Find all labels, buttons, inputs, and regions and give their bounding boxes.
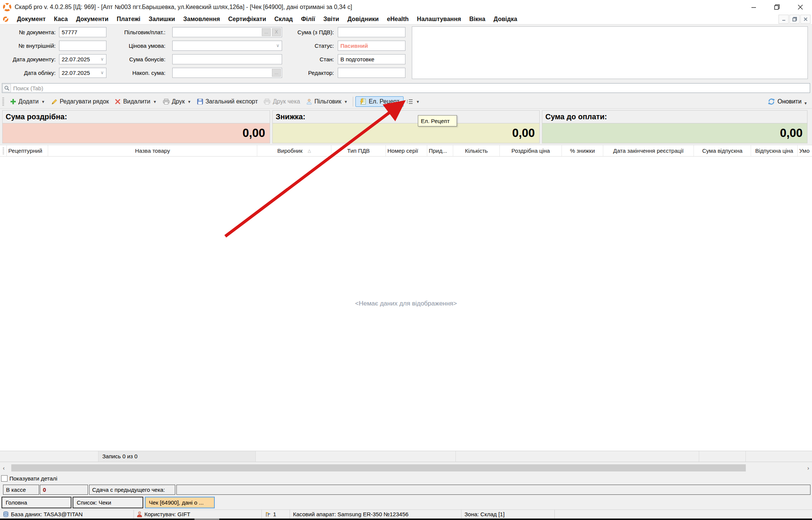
row-options-button[interactable]: ▼ (404, 97, 423, 106)
scrollbar-thumb[interactable] (11, 464, 746, 471)
restore-button[interactable] (765, 0, 789, 14)
doc-number-label: № документа: (4, 27, 56, 37)
accum-sum-field[interactable]: ... (172, 68, 282, 78)
accum-sum-browse-button[interactable]: ... (272, 69, 281, 77)
price-condition-select[interactable]: ∨ (172, 41, 282, 51)
mdi-minimize-button[interactable] (779, 15, 789, 24)
retail-sum-panel: Сума роздрібна: 0,00 (2, 110, 270, 143)
col-pryd[interactable]: Прид... (427, 145, 453, 156)
record-bar-segment (746, 451, 812, 462)
menu-kasa[interactable]: Каса (50, 15, 72, 24)
menu-vikna[interactable]: Вікна (465, 15, 490, 24)
change-value-box (176, 485, 810, 495)
bonus-sum-field[interactable] (172, 54, 282, 64)
edit-row-button[interactable]: Редагувати рядок (48, 97, 112, 106)
discount-sum-label: Знижка: (273, 111, 539, 123)
status-value: Пасивний (340, 41, 368, 50)
user-segment: Користувач: GIFT (134, 510, 262, 518)
e-recipe-icon (360, 98, 366, 105)
internal-number-field[interactable] (59, 41, 106, 51)
sum-vat-label: Сума (з ПДВ): (290, 27, 334, 37)
user-icon (137, 511, 142, 517)
to-pay-sum-value: 0,00 (542, 123, 807, 143)
menu-dovidnyky[interactable]: Довідники (343, 15, 383, 24)
col-retsepturnyi[interactable]: Рецептурний (7, 145, 48, 156)
tab-spysok-cheky[interactable]: Список: Чеки (73, 497, 143, 508)
el-recipe-button[interactable]: Ел. Рецепт (355, 96, 404, 107)
retail-sum-label: Сума роздрібна: (3, 111, 270, 123)
sum-panels: Сума роздрібна: 0,00 Знижка: 0,00 Сума д… (0, 110, 812, 143)
menu-zalyshky[interactable]: Залишки (144, 15, 179, 24)
chevron-down-icon: ∨ (276, 41, 279, 50)
sum-vat-field[interactable] (338, 27, 405, 37)
col-vidpuskna-tsina[interactable]: Відпускна ціна (751, 145, 798, 156)
tab-holovna[interactable]: Головна (2, 497, 71, 508)
doc-number-field[interactable]: 57777 (59, 27, 106, 37)
list-icon (407, 99, 413, 105)
menu-ehealth[interactable]: eHealth (383, 15, 413, 24)
record-count: Запись 0 из 0 (99, 451, 256, 462)
mdi-close-button[interactable] (800, 15, 810, 24)
beneficiary-field[interactable]: ... X (172, 27, 282, 37)
retail-sum-value: 0,00 (3, 123, 270, 143)
discount-sum-panel: Знижка: 0,00 (272, 110, 540, 143)
toolbar-separator (353, 97, 353, 106)
beneficiary-clear-button[interactable]: X (272, 28, 281, 36)
col-nazva-tovaru[interactable]: Назва товару (48, 145, 257, 156)
beneficiary-button[interactable]: Пільговик▼ (303, 97, 351, 106)
app-logo-icon (3, 3, 11, 11)
beneficiary-label: Пільговик/плат.: (113, 27, 165, 37)
menu-zvity[interactable]: Звіти (319, 15, 343, 24)
account-date-field[interactable]: 22.07.2025∨ (59, 68, 106, 78)
refresh-button[interactable]: Оновити ▼ (768, 98, 810, 105)
menu-sertyfikaty[interactable]: Сертифікати (224, 15, 270, 24)
cash-row: В кассе 0 Сдача с предыдущего чека: (0, 485, 812, 495)
menu-dovidka[interactable]: Довідка (489, 15, 521, 24)
col-nomer-serii[interactable]: Номер серії (386, 145, 427, 156)
close-button[interactable] (789, 0, 812, 14)
price-condition-label: Цінова умова: (113, 41, 165, 51)
col-vyrobnyk[interactable]: Виробник△ (257, 145, 331, 156)
col-znyzhky[interactable]: % знижки (562, 145, 603, 156)
menu-sklad[interactable]: Склад (270, 15, 297, 24)
notes-panel[interactable] (412, 26, 808, 79)
menu-filii[interactable]: Філії (297, 15, 319, 24)
doc-date-field[interactable]: 22.07.2025∨ (59, 54, 106, 64)
menu-dokumenty[interactable]: Документи (72, 15, 112, 24)
person-icon (306, 99, 312, 105)
add-button[interactable]: Додати▼ (7, 97, 48, 106)
menu-platezhi[interactable]: Платежі (112, 15, 144, 24)
print-check-button[interactable]: Друк чека (261, 97, 303, 106)
state-field: В подготовке (338, 54, 405, 64)
col-umova[interactable]: Умо (798, 145, 812, 156)
tab-chek-active[interactable]: Чек [64900], дані о ... (145, 497, 215, 508)
menu-dokument[interactable]: Документ (13, 15, 50, 24)
mdi-restore-button[interactable] (789, 15, 800, 24)
col-rozdribna-tsina[interactable]: Роздрібна ціна (500, 145, 562, 156)
menu-nalashtuvannia[interactable]: Налаштування (413, 15, 465, 24)
printer-icon (264, 99, 270, 105)
table-grip-icon (0, 145, 7, 156)
discount-sum-value: 0,00 (273, 123, 539, 143)
cash-value: 0 (43, 487, 46, 493)
delete-button[interactable]: Видалити▼ (112, 97, 159, 106)
col-kilkist[interactable]: Кількість (453, 145, 500, 156)
editor-field[interactable] (338, 68, 405, 78)
db-segment: База даних: TASA3@TITAN (0, 510, 134, 518)
minimize-button[interactable] (742, 0, 765, 14)
export-button[interactable]: Загальний експорт (194, 97, 261, 106)
search-input[interactable] (11, 85, 810, 91)
col-suma-vidpuskna[interactable]: Сума відпускна (694, 145, 751, 156)
scroll-left-arrow[interactable]: ‹ (0, 464, 8, 472)
col-typ-pdv[interactable]: Тип ПДВ (331, 145, 386, 156)
record-bar-segment (699, 451, 746, 462)
col-data-zakinchennia[interactable]: Дата закінчення реєстрації (603, 145, 694, 156)
print-button[interactable]: Друк▼ (160, 97, 194, 106)
menu-zamovlennia[interactable]: Замовлення (179, 15, 224, 24)
show-details-checkbox[interactable] (1, 475, 8, 482)
scroll-right-arrow[interactable]: › (804, 464, 812, 472)
toolbar-grip-handle[interactable] (2, 97, 4, 106)
beneficiary-browse-button[interactable]: ... (262, 28, 271, 36)
plus-icon (10, 99, 16, 105)
flag-count-segment: 1 (262, 510, 290, 518)
